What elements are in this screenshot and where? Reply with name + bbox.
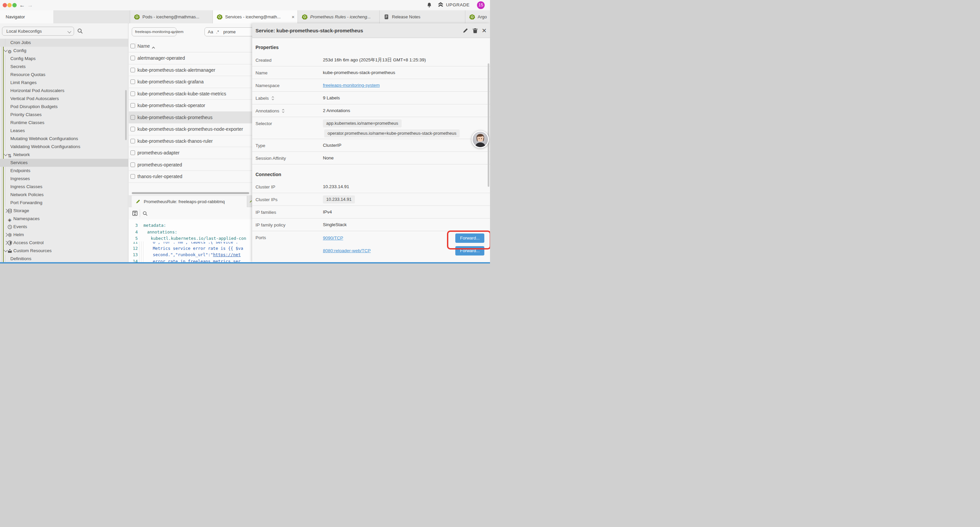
row-checkbox[interactable] <box>130 174 135 179</box>
regex-icon[interactable]: .* <box>216 29 219 34</box>
expand-collapse-icon[interactable] <box>282 108 285 113</box>
sort-asc-icon[interactable] <box>151 45 156 47</box>
traffic-light-minimize[interactable] <box>7 3 12 7</box>
sidebar-item-resource-quotas[interactable]: Resource Quotas <box>0 71 128 79</box>
notifications-bell-icon[interactable] <box>426 2 432 8</box>
sidebar-item-config[interactable]: ⚙Config <box>0 47 128 55</box>
sidebar-scrollbar[interactable] <box>125 90 127 140</box>
editor-line[interactable]: 3metadata: <box>129 222 252 229</box>
yaml-editor[interactable]: 3metadata:4annotations:5kubectl.kubernet… <box>129 220 252 262</box>
row-checkbox[interactable] <box>130 91 135 96</box>
sidebar-item-leases[interactable]: Leases <box>0 127 128 135</box>
sidebar-item-network[interactable]: ⇅Network <box>0 151 128 159</box>
table-row[interactable]: prometheus-adapter <box>129 147 252 159</box>
horizontal-scrollbar[interactable] <box>132 192 249 194</box>
sidebar-item-horizontal-pod-autoscalers[interactable]: Horizontal Pod Autoscalers <box>0 87 128 95</box>
editor-line[interactable]: 12Metrics service error rate is {{ $va <box>129 245 252 252</box>
upgrade-button[interactable]: UPGRADE <box>438 2 470 7</box>
traffic-light-close[interactable] <box>3 3 7 7</box>
row-checkbox[interactable] <box>130 80 135 84</box>
sidebar-item-storage[interactable]: Storage <box>0 207 128 215</box>
row-checkbox[interactable] <box>130 56 135 61</box>
tab-close-icon[interactable]: × <box>289 14 294 20</box>
sidebar-item-secrets[interactable]: Secrets <box>0 63 128 71</box>
sidebar-item-endpoints[interactable]: Endpoints <box>0 167 128 175</box>
table-row[interactable]: kube-prometheus-stack-kube-state-metrics <box>129 88 252 100</box>
select-all-checkbox[interactable] <box>130 44 135 48</box>
table-row[interactable]: thanos-ruler-operated <box>129 171 252 183</box>
sidebar-item-config-maps[interactable]: Config Maps <box>0 55 128 63</box>
sidebar-item-mutating-webhook-configurations[interactable]: Mutating Webhook Configurations <box>0 135 128 143</box>
row-checkbox[interactable] <box>130 162 135 167</box>
sidebar-item-cron-jobs[interactable]: Cron Jobs <box>0 39 128 47</box>
kubeconfig-selector[interactable]: Local Kubeconfigs <box>2 27 74 36</box>
sidebar-item-helm[interactable]: Helm <box>0 231 128 239</box>
traffic-light-zoom[interactable] <box>12 3 17 7</box>
sidebar-item-pod-disruption-budgets[interactable]: Pod Disruption Budgets <box>0 103 128 111</box>
column-header-name[interactable]: Name <box>137 40 150 52</box>
service-name: thanos-ruler-operated <box>137 171 183 182</box>
tab-2[interactable]: Services - icecheng@math...× <box>213 10 298 23</box>
table-row[interactable]: alertmanager-operated <box>129 53 252 64</box>
dock-tab-prometheusrule[interactable]: PrometheusRule: freeleaps-prod-rabbitmq <box>132 196 247 207</box>
notification-count-badge[interactable]: 15 <box>477 2 485 9</box>
panel-scrollbar[interactable] <box>488 64 489 187</box>
table-row[interactable]: kube-prometheus-stack-prometheus <box>129 112 252 124</box>
table-row[interactable]: prometheus-operated <box>129 159 252 171</box>
table-row[interactable]: kube-prometheus-stack-prometheus-node-ex… <box>129 123 252 135</box>
sidebar-item-definitions[interactable]: Definitions <box>0 255 128 263</box>
port-link[interactable]: 8080:reloader-web/TCP <box>323 248 371 253</box>
user-avatar[interactable] <box>472 131 489 148</box>
sidebar-item-custom-resources[interactable]: Custom Resources <box>0 247 128 255</box>
editor-line[interactable]: 13second.","runbook_url":"https://net <box>129 252 252 258</box>
row-checkbox[interactable] <box>130 68 135 72</box>
table-row[interactable]: kube-prometheus-stack-alertmanager <box>129 64 252 76</box>
row-checkbox[interactable] <box>130 115 135 120</box>
expand-collapse-icon[interactable] <box>271 96 275 101</box>
sidebar-item-limit-ranges[interactable]: Limit Ranges <box>0 79 128 87</box>
sidebar-search-icon[interactable] <box>77 28 83 34</box>
sidebar-item-network-policies[interactable]: Network Policies <box>0 191 128 199</box>
namespace-selector-value: freeleaps-monitoring-system <box>135 30 183 34</box>
close-icon[interactable]: ✕ <box>482 26 487 35</box>
sidebar-item-namespaces[interactable]: ◈Namespaces <box>0 215 128 223</box>
row-checkbox[interactable] <box>130 103 135 108</box>
list-search-input[interactable]: Aa .* prome <box>204 27 252 37</box>
sidebar-item-priority-classes[interactable]: Priority Classes <box>0 111 128 119</box>
sidebar-item-vertical-pod-autoscalers[interactable]: Vertical Pod Autoscalers <box>0 95 128 103</box>
dock-tab-partial[interactable] <box>247 196 252 207</box>
tab-3[interactable]: Prometheus Rules - icecheng... <box>298 10 380 23</box>
editor-line[interactable]: 5kubectl.kubernetes.io/last-applied-con <box>129 235 252 242</box>
sidebar-item-validating-webhook-configurations[interactable]: Validating Webhook Configurations <box>0 143 128 151</box>
sidebar-item-port-forwarding[interactable]: Port Forwarding <box>0 199 128 207</box>
delete-icon[interactable] <box>473 28 478 33</box>
editor-line[interactable]: 4annotations: <box>129 229 252 236</box>
editor-line[interactable]: 11o","for":"nm","labels":{"service": <box>129 242 252 245</box>
tab-1[interactable]: Pods - icecheng@mathmas... <box>130 10 213 23</box>
sidebar-item-services[interactable]: Services <box>0 159 128 167</box>
table-row[interactable]: kube-prometheus-stack-operator <box>129 100 252 112</box>
match-case-icon[interactable]: Aa <box>208 29 213 34</box>
editor-search-icon[interactable] <box>142 211 148 216</box>
row-checkbox[interactable] <box>130 139 135 143</box>
sidebar-item-runtime-classes[interactable]: Runtime Classes <box>0 119 128 127</box>
save-icon[interactable] <box>132 210 138 216</box>
table-row[interactable]: kube-prometheus-stack-grafana <box>129 76 252 88</box>
back-button[interactable]: ← <box>19 1 25 10</box>
namespace-link[interactable]: freeleaps-monitoring-system <box>323 83 380 88</box>
sidebar-item-ingress-classes[interactable]: Ingress Classes <box>0 183 128 191</box>
table-row[interactable]: kube-prometheus-stack-thanos-ruler <box>129 135 252 147</box>
row-checkbox[interactable] <box>130 127 135 131</box>
sidebar-item-events[interactable]: Events <box>0 223 128 231</box>
namespace-selector[interactable]: freeleaps-monitoring-system <box>132 27 177 37</box>
row-checkbox[interactable] <box>130 150 135 155</box>
sidebar-item-ingresses[interactable]: Ingresses <box>0 175 128 183</box>
search-query[interactable]: prome <box>223 29 236 34</box>
forward-button[interactable]: → <box>27 1 33 10</box>
navigator-tab[interactable]: Navigator <box>0 10 54 23</box>
edit-icon[interactable] <box>463 28 468 33</box>
port-link[interactable]: 9090/TCP <box>323 236 343 240</box>
tab-5[interactable]: Argo Se <box>465 10 490 23</box>
sidebar-item-access-control[interactable]: Access Control <box>0 239 128 247</box>
tab-4[interactable]: Release Notes <box>380 10 465 23</box>
